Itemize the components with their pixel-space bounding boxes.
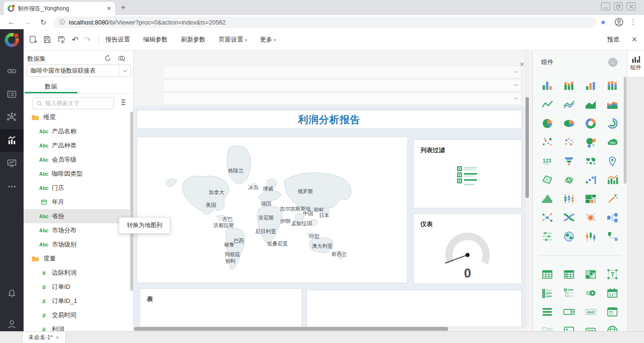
component-column-chart-icon[interactable] (536, 76, 558, 95)
field-list-menu-icon[interactable] (120, 98, 126, 106)
filter-row[interactable]: ◂▸ (163, 66, 521, 78)
tree-item-field[interactable]: Abc门店 (24, 181, 130, 195)
component-organization-chart-icon[interactable] (602, 208, 623, 227)
tree-item-field[interactable]: Abc省份 (24, 209, 130, 223)
browser-menu-icon[interactable]: ⋮ (630, 18, 637, 26)
resize-arrows-icon[interactable]: ◂▸ (514, 82, 519, 87)
tree-item-folder[interactable]: 度量 (24, 252, 130, 266)
tree-item-field[interactable]: Abc产品名称 (24, 124, 130, 139)
nav-dataset[interactable] (0, 83, 24, 106)
component-stacked-area-chart-icon[interactable] (602, 95, 623, 114)
field-search-box[interactable] (32, 97, 114, 109)
component-relation-graph-icon[interactable] (536, 208, 558, 227)
canvas-vertical-scroll-thumb[interactable] (526, 97, 529, 198)
toolbar-button-3[interactable]: 页面设置▾ (219, 35, 247, 44)
component-bubble-chart-icon[interactable] (558, 133, 580, 152)
component-text-box-icon[interactable]: T (602, 265, 623, 284)
profile-avatar-icon[interactable] (614, 17, 624, 27)
component-checkbox-list-filter-icon[interactable] (536, 284, 558, 302)
convert-to-map-column-tooltip[interactable]: 转换为地图列 (119, 217, 170, 234)
component-funnel-chart-icon[interactable] (558, 152, 580, 171)
tree-item-folder[interactable]: 维度 (24, 110, 130, 124)
component-pie-3d-chart-icon[interactable] (558, 114, 580, 133)
component-candlestick-chart-icon[interactable] (580, 227, 602, 246)
tree-item-field[interactable]: Abc产品种类 (24, 139, 130, 153)
components-strip-tab[interactable]: 组件 (627, 50, 644, 77)
list-filter-widget[interactable]: 列表过滤 (413, 139, 522, 208)
window-restore-button[interactable] (614, 2, 623, 10)
toolbar-button-1[interactable]: 编辑参数 (143, 35, 168, 44)
component-ring-chart-icon[interactable] (602, 114, 623, 133)
tree-item-field[interactable]: #订单ID_1 (24, 294, 130, 308)
preview-button[interactable]: 预览 (607, 35, 619, 44)
toolbar-button-4[interactable]: 更多▾ (260, 35, 276, 44)
component-freeze-table-icon[interactable] (558, 265, 580, 284)
resize-arrows-icon[interactable]: ◂▸ (514, 96, 519, 100)
canvas-horizontal-scroll-thumb[interactable] (134, 327, 448, 331)
component-dropdown-filter-icon[interactable] (558, 302, 580, 321)
component-grouped-column-chart-icon[interactable] (580, 76, 602, 95)
tree-item-field[interactable]: #边际利润 (24, 266, 130, 280)
component-globe-map-icon[interactable] (558, 227, 580, 246)
component-word-cloud-icon[interactable]: ABC (602, 133, 623, 152)
component-step-column-chart-icon[interactable] (580, 171, 602, 189)
component-packed-bubble-chart-icon[interactable] (580, 133, 602, 152)
component-multi-line-chart-icon[interactable] (558, 95, 580, 114)
components-scrollbar[interactable] (624, 77, 627, 184)
join-dataset-icon[interactable] (117, 54, 126, 62)
component-kpi-number-icon[interactable]: 123 (536, 152, 558, 171)
component-density-map-icon[interactable] (580, 208, 602, 227)
component-filled-radar-chart-icon[interactable] (558, 171, 580, 189)
component-line-chart-icon[interactable] (536, 95, 558, 114)
component-pie-chart-icon[interactable] (536, 114, 558, 133)
tab-data[interactable]: 数据 (24, 81, 78, 93)
component-area-chart-icon[interactable] (580, 95, 602, 114)
nav-data-prep[interactable] (0, 106, 24, 129)
tree-item-field[interactable]: #订单ID (24, 280, 130, 294)
nav-more[interactable] (0, 175, 24, 198)
nav-dashboard[interactable] (0, 152, 24, 175)
filter-row[interactable]: ◂▸ (163, 79, 521, 91)
browser-tab[interactable]: 制作报告_Yonghong ✕ (4, 2, 115, 15)
window-close-button[interactable] (627, 2, 636, 10)
component-crosstab-table-icon[interactable] (580, 265, 602, 284)
collapse-panel-icon[interactable]: → (608, 57, 618, 67)
tab-close-icon[interactable]: ✕ (107, 5, 111, 12)
component-scatter-chart-icon[interactable] (536, 133, 558, 152)
component-box-plot-icon[interactable] (558, 189, 580, 208)
window-minimize-button[interactable] (601, 2, 610, 10)
tree-item-field[interactable]: Abc市场级别 (24, 237, 130, 252)
empty-widget[interactable] (307, 290, 522, 331)
tree-item-field[interactable]: 年月 (24, 195, 130, 209)
component-route-map-icon[interactable] (602, 227, 623, 246)
undo-icon[interactable]: ↶ (72, 36, 78, 44)
component-multi-stacked-column-chart-icon[interactable] (602, 76, 623, 95)
table-widget[interactable]: 表 (140, 288, 302, 331)
nav-data-connection[interactable] (0, 60, 24, 82)
component-detail-form-icon[interactable] (602, 302, 623, 321)
data-panel-scrollbar[interactable] (130, 112, 133, 291)
site-info-icon[interactable]: ⓘ (59, 18, 65, 26)
save-as-icon[interactable] (57, 35, 66, 44)
component-toggle-switch-icon[interactable] (580, 284, 602, 302)
component-stacked-column-chart-icon[interactable] (558, 76, 580, 95)
component-treemap-chart-icon[interactable] (580, 189, 602, 208)
tree-item-field[interactable]: #利润 (24, 322, 130, 331)
back-icon[interactable]: ← (7, 18, 16, 26)
reload-icon[interactable]: ↻ (39, 18, 48, 27)
sheet-tab[interactable]: 未命名-1* ✕ (22, 332, 66, 343)
new-report-icon[interactable] (28, 35, 38, 44)
component-date-filter-icon[interactable] (602, 284, 623, 302)
tree-item-field[interactable]: Abc咖啡因类型 (24, 167, 130, 181)
toolbar-button-0[interactable]: 报告设置 (106, 35, 130, 44)
dataset-select[interactable]: 咖啡中国市场数据联接表 (26, 65, 131, 77)
url-bar[interactable]: ⓘ localhost:8080 /bi/Viewer?proc=0&actio… (54, 16, 596, 28)
component-slider-filter-chart-icon[interactable] (536, 227, 558, 246)
component-table-icon[interactable] (536, 265, 558, 284)
component-list-filter-icon[interactable] (536, 302, 558, 321)
tree-item-field[interactable]: Abc市场分布 (24, 223, 130, 237)
search-input[interactable] (45, 100, 118, 106)
component-world-map-icon[interactable] (580, 152, 602, 171)
component-sankey-chart-icon[interactable] (558, 208, 580, 227)
component-smart-analysis-icon[interactable] (602, 189, 623, 208)
